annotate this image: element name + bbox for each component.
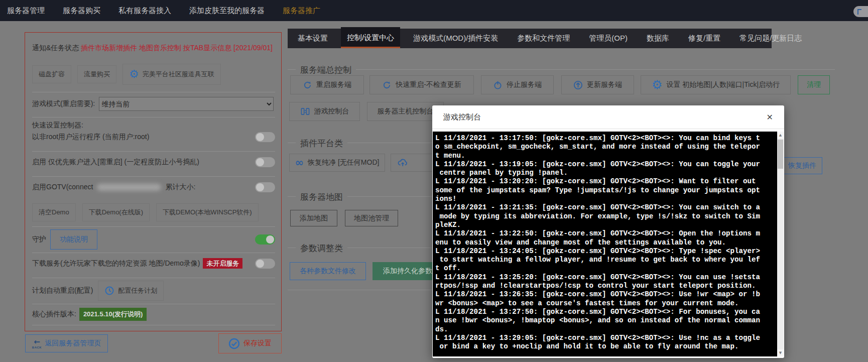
game-console-modal: 游戏控制台 ✕ L 11/18/2021 - 13:17:50: [gokz-c… [432, 105, 784, 358]
console-line: to start watching a fellow player, and !… [435, 256, 777, 264]
console-line: L 11/18/2021 - 13:26:35: [gokz-core.smx]… [435, 290, 777, 299]
game-console-button[interactable]: 游戏控制台 [289, 102, 360, 121]
console-line: pleKZ. [435, 221, 777, 229]
download-service-row: 下载服务(允许玩家下载您的特定资源 地图/Demo录像)未开启服务 [32, 259, 275, 269]
game-mode-select[interactable]: 维持当前 [99, 97, 274, 111]
modal-title: 游戏控制台 [443, 112, 481, 122]
quick-actions-row: 磁盘扩容 流量购买 ⚙ 完美平台社区服道具互联 [32, 64, 275, 85]
scrollbar-thumb[interactable] [778, 140, 783, 169]
nav-item-server-manage[interactable]: 服务器管理 [7, 6, 45, 16]
status-panel: 通知&任务状态 插件市场新增插件 地图音乐控制 按TAB显示信息 [2021/0… [25, 32, 282, 331]
divider [32, 325, 275, 325]
schedule-row: 计划自动重启(配置) 配置任务计划 [32, 281, 275, 301]
nonroot-row: 以非root用户运行程序 (当前用户:root) [32, 132, 275, 142]
nav-item-server-promo[interactable]: 服务器推广 [283, 6, 320, 16]
scroll-down-icon[interactable]: ▼ [777, 349, 784, 356]
nav-item-add-skin[interactable]: 添加皮肤至我的服务器 [189, 6, 265, 16]
schedule-label: 计划自动重启(配置) [32, 286, 93, 295]
tab-param-file-manage[interactable]: 参数和文件管理 [511, 29, 576, 48]
modify-param-files-button[interactable]: 各种参数文件修改 [290, 262, 366, 280]
quick-controller-label: 快速设置控制器: [32, 121, 275, 130]
map-pool-button[interactable]: 地图池管理 [345, 210, 398, 226]
console-line: wr <bonus> <map> to see a course's faste… [435, 299, 777, 308]
tab-faq-changelog[interactable]: 常见问题/更新日志 [733, 29, 808, 48]
tab-basic-settings[interactable]: 基本设置 [292, 29, 334, 48]
console-icon [300, 107, 310, 116]
refresh-icon [382, 80, 392, 90]
tab-database[interactable]: 数据库 [641, 29, 675, 48]
back-arrow-icon: ←BACK [32, 338, 42, 349]
scroll-up-icon[interactable]: ▲ [777, 132, 784, 139]
console-line: t off. [435, 264, 777, 273]
nav-item-server-buy[interactable]: 服务器购买 [63, 6, 100, 16]
quick-restart-button[interactable]: 快速重启-不检查更新 [369, 75, 474, 94]
startup-settings-button[interactable]: ⚙ 设置 初始地图|人数|端口|Tick|启动行 [641, 75, 791, 94]
section-title-plugin-platform: 插件平台类 [296, 138, 347, 149]
console-line: rtpos/!ssp and !clearstartpos/!csp to co… [435, 282, 777, 290]
top-navbar: 服务器管理 服务器购买 私有服务器接入 添加皮肤至我的服务器 服务器推广 [0, 0, 868, 21]
tab-mod-plugin-install[interactable]: 游戏模式(MOD)/插件安装 [407, 29, 504, 48]
console-line: L 11/18/2021 - 13:22:50: [gokz-core.smx]… [435, 229, 777, 238]
tab-control-center[interactable]: 控制/设置中心 [341, 27, 400, 48]
core-version-row: 核心插件版本: 2021.5.10(发行说明) [32, 308, 275, 321]
core-version-badge[interactable]: 2021.5.10(发行说明) [79, 308, 147, 321]
restore-plugin-button[interactable]: 恢复插件 [782, 157, 822, 174]
user-icon [857, 9, 861, 15]
divider [32, 253, 275, 253]
demo-buttons-row: 清空Demo 下载Demo(在线版) 下载DEMO(本地WINSCP软件) [32, 203, 275, 221]
restart-server-button[interactable]: 重启服务端 [290, 75, 364, 94]
nav-item-private-server[interactable]: 私有服务器接入 [118, 6, 171, 16]
guard-row: 守护 功能说明 [32, 229, 275, 250]
guard-help-button[interactable]: 功能说明 [50, 229, 97, 250]
console-line: L 11/18/2021 - 13:24:05: [gokz-core.smx]… [435, 247, 777, 256]
priority-toggle[interactable] [255, 157, 275, 167]
section-title-param-adjust: 参数调整类 [296, 243, 347, 254]
update-server-button[interactable]: 更新服务端 [561, 75, 634, 94]
nonroot-label: 以非root用户运行程序 (当前用户:root) [32, 133, 149, 142]
back-to-manage-button[interactable]: ←BACK 返回服务器管理页 [25, 334, 108, 352]
game-mode-row: 游戏模式(重启需要): 维持当前 [32, 97, 275, 111]
restore-clean-button[interactable]: ∞ 恢复纯净 [无任何MOD] [289, 154, 385, 172]
console-scrollbar[interactable]: ▲ ▼ [777, 132, 784, 356]
divider [32, 151, 275, 152]
console-line: centre panel by typing !panel. [435, 169, 777, 177]
console-line: some of the jumpstats spam? Type !jumpst… [435, 186, 777, 195]
console-line: ds. [435, 325, 777, 334]
redacted-address [97, 184, 161, 191]
download-service-toggle[interactable] [255, 259, 275, 269]
notice-line: 通知&任务状态 插件市场新增插件 地图音乐控制 按TAB显示信息 [2021/0… [32, 44, 275, 53]
console-output[interactable]: L 11/18/2021 - 13:17:50: [gokz-core.smx]… [433, 132, 777, 356]
tab-repair-reset[interactable]: 修复/重置 [682, 29, 726, 48]
divider [32, 304, 275, 304]
clean-button[interactable]: 清理 [798, 75, 830, 94]
tab-admin-op[interactable]: 管理员(OP) [583, 29, 634, 48]
gotv-label: 启用GOTV(connect累计大小: [32, 183, 195, 192]
traffic-buy-button[interactable]: 流量购买 [77, 65, 116, 83]
section-title-server-map: 服务器地图 [296, 191, 347, 203]
stop-server-button[interactable]: 停止服务端 [481, 75, 554, 94]
console-line: L 11/18/2021 - 13:25:20: [gokz-core.smx]… [435, 273, 777, 282]
schedule-config-button[interactable]: 配置任务计划 [98, 281, 164, 301]
divider [32, 176, 275, 177]
download-demo-winscp-button[interactable]: 下载DEMO(本地WINSCP软件) [156, 203, 259, 221]
infinity-icon: ∞ [295, 158, 304, 168]
user-pill[interactable] [853, 6, 868, 17]
close-icon[interactable]: ✕ [767, 112, 773, 122]
clear-demo-button[interactable]: 清空Demo [32, 203, 76, 221]
save-settings-button[interactable]: 保存设置 [218, 333, 282, 353]
guard-toggle[interactable] [255, 234, 275, 245]
modal-header: 游戏控制台 ✕ [432, 105, 784, 129]
gotv-toggle[interactable] [255, 182, 275, 192]
console-line: t menu. [435, 152, 777, 160]
disk-expand-button[interactable]: 磁盘扩容 [32, 65, 71, 83]
platform-link-button[interactable]: ⚙ 完美平台社区服道具互联 [122, 64, 221, 85]
download-demo-online-button[interactable]: 下载Demo(在线版) [82, 203, 150, 221]
console-line: mode by typing its abbreviation. For exa… [435, 212, 777, 221]
console-line: ions! [435, 195, 777, 203]
console-line: L 11/18/2021 - 13:20:20: [gokz-core.smx]… [435, 177, 777, 186]
download-service-label: 下载服务(允许玩家下载您的特定资源 地图/Demo录像)未开启服务 [32, 259, 242, 268]
gear-icon: ⚙ [652, 79, 663, 91]
priority-row: 启用 仅优先账户进入[需重启] (一定程度防止小号捣乱) [32, 157, 275, 167]
add-map-button[interactable]: 添加地图 [290, 210, 337, 226]
nonroot-toggle[interactable] [255, 132, 275, 142]
